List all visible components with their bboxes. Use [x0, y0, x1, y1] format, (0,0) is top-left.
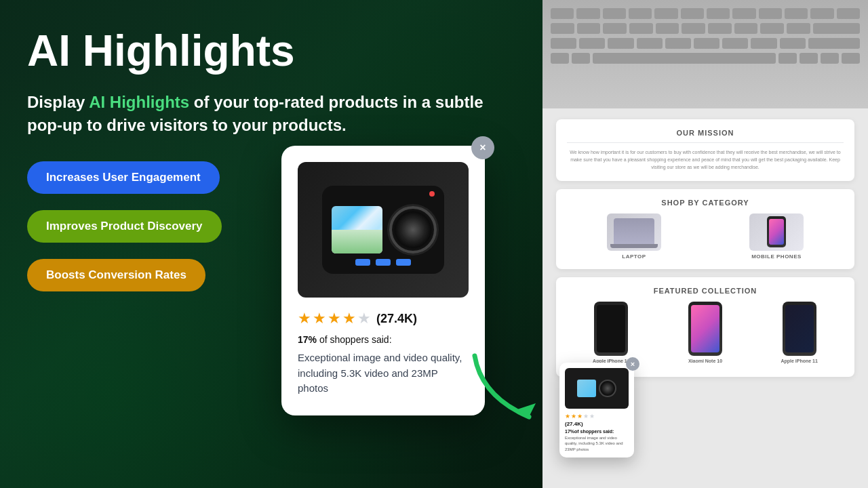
mini-star-1: ★ — [565, 413, 570, 420]
subtitle-highlight: AI Highlights — [89, 93, 189, 111]
laptop-keyboard-area — [542, 0, 868, 108]
cam-btn-2 — [376, 259, 391, 266]
mission-title: OUR MISSION — [567, 129, 844, 137]
arrow-icon — [461, 342, 556, 437]
mini-camera-image — [565, 368, 629, 409]
category-item-phone: MOBILE PHONES — [709, 214, 844, 260]
key — [665, 38, 691, 49]
rating-count: (27.4K) — [376, 312, 417, 326]
page-title: AI Highlights — [27, 27, 515, 75]
badge-conversion[interactable]: Boosts Conversion Rates — [27, 259, 205, 291]
mini-popup: × ★ ★ ★ ★ ★ (27.4K) 17%of shoppers said:… — [559, 363, 634, 458]
camera-screen — [332, 206, 382, 253]
featured-item-1: Apple iPhone 11 Black — [567, 302, 656, 367]
key — [808, 38, 860, 49]
category-grid: LAPTOP MOBILE PHONES — [567, 214, 844, 260]
mini-rating-count: (27.4K) — [565, 421, 629, 427]
review-text: Exceptional image and video quality, inc… — [298, 350, 469, 396]
badge-discovery[interactable]: Improves Product Discovery — [27, 210, 222, 243]
mini-star-4-empty: ★ — [583, 413, 589, 420]
left-panel: AI Highlights Display AI Highlights of y… — [0, 0, 542, 488]
mission-section: OUR MISSION We know how important it is … — [556, 119, 854, 181]
key — [608, 38, 633, 49]
mini-camera-lens — [599, 380, 616, 397]
mini-popup-close[interactable]: × — [626, 357, 639, 371]
keyboard-row-2 — [551, 23, 860, 34]
key — [577, 23, 601, 34]
key — [579, 38, 605, 49]
mini-review-text: Exceptional image and video quality, inc… — [565, 435, 629, 452]
key — [629, 23, 653, 34]
key-spacebar — [593, 53, 776, 64]
key — [732, 8, 755, 19]
camera-red-dot — [429, 191, 435, 197]
key — [603, 23, 627, 34]
camera-buttons — [355, 259, 411, 266]
cam-btn-1 — [355, 259, 370, 266]
review-percentage: 17% of shoppers said: — [298, 334, 469, 345]
laptop-screen — [614, 218, 654, 244]
key — [821, 53, 839, 64]
phone-image — [749, 214, 804, 251]
category-section: SHOP BY CATEGORY LAPTOP — [556, 189, 854, 269]
featured-screen-1 — [597, 305, 625, 352]
featured-title: FEATURED COLLECTION — [567, 287, 844, 295]
key — [694, 38, 719, 49]
rating-row: ★ ★ ★ ★ ★ (27.4K) — [298, 310, 469, 327]
mini-cam-inner — [577, 380, 616, 397]
key — [780, 38, 806, 49]
key — [551, 38, 576, 49]
mini-star-2: ★ — [571, 413, 576, 420]
star-2: ★ — [313, 310, 326, 327]
key — [681, 8, 704, 19]
popup-card: × ★ ★ ★ ★ ★ (27.4K) — [281, 146, 485, 415]
key — [637, 38, 663, 49]
featured-grid: Apple iPhone 11 Black Xiaomi Note 10 App… — [567, 302, 844, 367]
star-4: ★ — [342, 310, 356, 327]
keyboard-visual — [542, 0, 868, 108]
key — [722, 38, 748, 49]
key — [551, 23, 574, 34]
featured-phone-1 — [594, 302, 628, 356]
cam-btn-3 — [396, 259, 411, 266]
badge-engagement[interactable]: Increases User Engagement — [27, 161, 220, 194]
subtitle: Display AI Highlights of your top-rated … — [27, 91, 488, 136]
key — [654, 8, 677, 19]
category-item-laptop: LAPTOP — [567, 214, 701, 260]
category-title: SHOP BY CATEGORY — [567, 199, 844, 207]
keyboard-row-3 — [551, 38, 860, 49]
laptop-base — [610, 244, 658, 248]
popup-close-button[interactable]: × — [471, 136, 494, 159]
mini-stars: ★ ★ ★ ★ ★ — [565, 413, 629, 420]
key — [656, 23, 679, 34]
laptop-shape-container — [610, 218, 658, 248]
featured-phone-3 — [783, 302, 816, 356]
key — [708, 23, 732, 34]
key — [572, 53, 590, 64]
key — [813, 23, 860, 34]
key — [603, 8, 626, 19]
featured-item-2: Xiaomi Note 10 — [661, 302, 750, 367]
product-image — [298, 162, 469, 298]
key — [787, 23, 810, 34]
key — [707, 8, 730, 19]
mini-review-pct: 17%of shoppers said: — [565, 429, 629, 434]
featured-label-3: Apple iPhone 11 — [781, 359, 817, 363]
star-5-empty: ★ — [357, 310, 371, 327]
key — [810, 8, 833, 19]
right-site-content: OUR MISSION We know how important it is … — [542, 108, 868, 388]
key — [760, 23, 784, 34]
mini-camera-screen — [577, 380, 596, 397]
mini-star-5-empty: ★ — [589, 413, 595, 420]
featured-screen-3 — [785, 305, 814, 352]
key — [800, 53, 818, 64]
svg-marker-0 — [515, 403, 536, 417]
phone-label: MOBILE PHONES — [751, 253, 802, 260]
phone-shape — [767, 216, 786, 247]
key — [842, 53, 860, 64]
laptop-image — [607, 214, 661, 251]
key — [837, 8, 860, 19]
mini-star-3: ★ — [577, 413, 583, 420]
key — [759, 8, 782, 19]
mission-text: We know how important it is for our cust… — [567, 148, 844, 171]
